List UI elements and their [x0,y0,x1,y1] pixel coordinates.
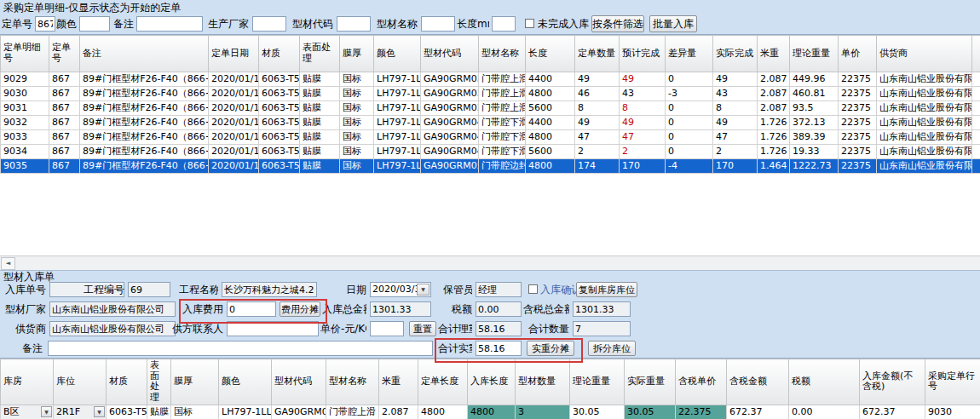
length-label: 长度mm [457,16,489,32]
col-header[interactable]: 定单日期 [209,36,259,72]
cell-profile-qty[interactable]: 3 [516,405,570,419]
actual-weight-allocate-button[interactable]: 实重分摊 [527,341,574,356]
cell-order-date: 2020/01/13 [209,159,259,174]
col-header[interactable]: 型材代码 [421,36,479,72]
inbound-panel-title: 型材入库单 [3,271,55,283]
cell-warehouse-dropdown[interactable]: B区▼ [1,405,54,419]
cell-length: 4400 [526,116,575,130]
col-header[interactable]: 含税单价 [676,359,727,405]
cell-taxed-unit-price[interactable]: 22.375 [676,405,727,419]
inbound-confirm-checkbox[interactable] [528,284,538,294]
col-header[interactable]: 材质 [107,359,147,405]
col-header[interactable]: 型材代码 [272,359,326,405]
col-header[interactable]: 定单号 [49,36,80,72]
tax-input[interactable] [476,301,522,317]
reset-button[interactable]: 重置 [409,321,436,336]
dropdown-arrow-icon[interactable]: ▼ [94,406,105,417]
col-header[interactable]: 长度 [526,36,575,72]
filter-button[interactable]: 按条件筛选 [591,15,644,32]
length-input[interactable] [492,16,516,32]
order-table-row[interactable]: 9032 867 89#门框型材F26-F40（866+867） 2020/01… [1,116,980,130]
col-header[interactable]: 型材名称 [479,36,526,72]
profile-code-input[interactable] [337,16,371,32]
total-amount-input[interactable] [370,301,431,317]
cell-inbound-length[interactable]: 4800 [468,405,516,419]
order-table-row[interactable]: 9031 867 89#门框型材F26-F40（866+867） 2020/01… [1,101,980,116]
col-header[interactable]: 入库金额(不含税) [860,359,925,405]
col-header[interactable]: 膜厚 [340,36,374,72]
col-header[interactable]: 备注 [80,36,209,72]
col-header[interactable]: 库房 [1,359,54,405]
fee-allocate-button[interactable]: 费用分摊 [280,301,320,317]
batch-inbound-button[interactable]: 批量入库 [649,15,697,32]
order-table-row[interactable]: 9034 867 89#门框型材F26-F40（866+867） 2020/01… [1,145,980,159]
col-header[interactable]: 库位 [54,359,107,405]
col-header[interactable]: 表面处理 [147,359,171,405]
profile-name-input[interactable] [421,16,455,32]
cell-expected-done: 49 [620,116,666,130]
order-table-row[interactable]: 9030 867 89#门框型材F26-F40（866+867） 2020/01… [1,87,980,101]
col-header[interactable]: 型材名称 [326,359,379,405]
project-name-input[interactable] [222,282,317,297]
dropdown-arrow-icon[interactable]: ▼ [41,406,52,417]
col-header[interactable]: 实际重量 [625,359,676,405]
col-header[interactable]: 供货商 [877,36,972,72]
cell-actual-weight[interactable]: 30.05 [625,405,676,419]
cell-profile-name: 门带腔上滑 [479,87,526,101]
order-table-row[interactable]: 9029 867 89#门框型材F26-F40（866+867） 2020/01… [1,72,980,87]
inbound-table-row[interactable]: B区▼ 2R1F▼ 6063-T5 贴膜 国标 LH797-1LL0 GA90G… [1,405,980,419]
col-header[interactable]: 材质 [259,36,300,72]
tax-total-input[interactable] [573,301,631,317]
unit-price-input[interactable] [370,321,404,336]
order-table-row[interactable]: 9035 867 89#门框型材F26-F40（866+867） 2020/01… [1,159,980,174]
col-header[interactable]: 膜厚 [171,359,219,405]
note-filter-input[interactable] [136,16,203,32]
project-no-input[interactable] [128,282,170,297]
inbound-note-input[interactable] [48,341,433,356]
keeper-input[interactable] [476,282,522,297]
copy-location-button[interactable]: 复制库房库位 [576,282,637,297]
col-header[interactable]: 理论重量 [570,359,625,405]
col-header[interactable]: 米重 [379,359,418,405]
col-header[interactable]: 实际完成 [713,36,758,72]
col-header[interactable]: 型材数量 [516,359,570,405]
actual-weight-total-input[interactable] [476,341,522,356]
qty-total-input[interactable] [573,321,631,336]
col-header[interactable]: 颜色 [374,36,421,72]
col-header[interactable]: 差异量 [666,36,713,72]
cell-supplier: 山东南山铝业股份有限公司 [877,116,972,130]
col-header[interactable]: 定单长度 [418,359,468,405]
split-location-button[interactable]: 拆分库位 [588,341,636,356]
cell-purchase-order-line: 9030 [925,405,980,419]
scroll-left-icon[interactable]: ◄ [1,257,15,270]
keeper-label: 保管员 [443,282,472,297]
unfinished-checkbox[interactable] [525,19,534,28]
col-header[interactable]: 定单明细号 [1,36,49,72]
supplier-input[interactable] [49,321,176,336]
col-header[interactable]: 入库长度 [468,359,516,405]
col-header[interactable]: 表面处理 [300,36,340,72]
col-header[interactable]: 理论重量 [790,36,839,72]
col-header[interactable]: 税额 [789,359,860,405]
order-table-hscrollbar[interactable]: ◄ [0,255,980,270]
order-table-row[interactable]: 9033 867 89#门框型材F26-F40（866+867） 2020/01… [1,130,980,145]
col-header[interactable]: 颜色 [219,359,272,405]
contact-input[interactable] [227,321,319,336]
cell-difference: 0 [666,101,713,116]
theory-weight-total-input[interactable] [476,321,522,336]
col-header[interactable]: 米重 [758,36,790,72]
cell-order-qty: 8 [575,101,620,116]
date-input[interactable]: 2020/03/31 ▼ [370,282,431,297]
col-header[interactable]: 采购定单行号 [925,359,980,405]
cell-location-dropdown[interactable]: 2R1F▼ [54,405,107,419]
cell-order-qty: 2 [575,145,620,159]
col-header[interactable]: 含税金额 [727,359,789,405]
color-input[interactable] [79,16,110,32]
fee-input[interactable] [227,301,276,317]
factory-input[interactable] [49,301,176,317]
manufacturer-input[interactable] [252,16,286,32]
col-header[interactable]: 预计完成 [620,36,666,72]
calendar-dropdown-icon[interactable]: ▼ [417,284,429,296]
col-header[interactable]: 单价 [839,36,877,72]
col-header[interactable]: 定单数量 [575,36,620,72]
